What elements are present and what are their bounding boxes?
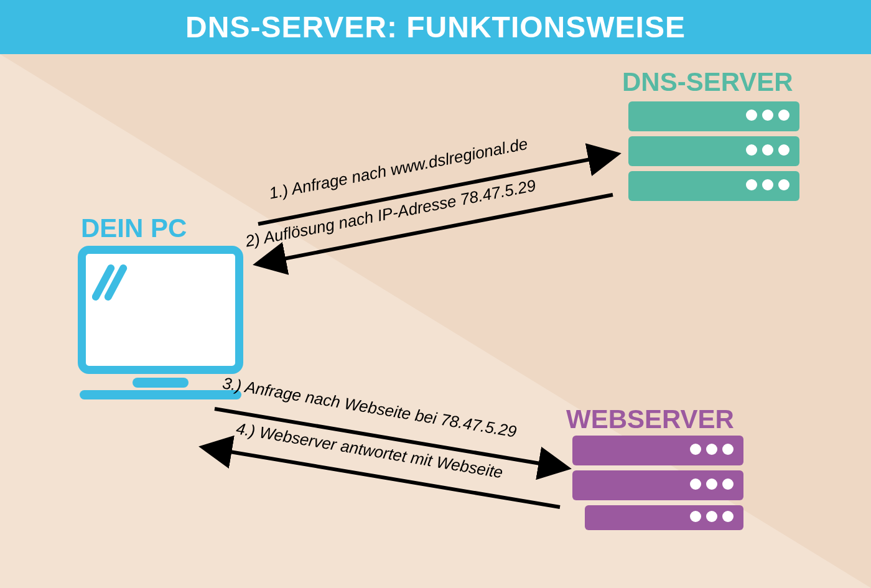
pc-base [80,390,241,399]
server-unit [585,505,743,530]
webserver-icon [572,436,743,535]
server-unit [572,470,743,500]
page-title: DNS-SERVER: FUNKTIONSWEISE [185,10,686,44]
header-bar: DNS-SERVER: FUNKTIONSWEISE [0,0,871,54]
webserver-label: WEBSERVER [566,404,734,434]
diagram-canvas: DNS-SERVER: FUNKTIONSWEISE DEIN PC DNS-S… [0,0,871,588]
pc-screen [78,246,243,374]
server-unit [628,136,799,166]
dns-label: DNS-SERVER [622,67,793,97]
pc-label: DEIN PC [81,213,187,243]
server-unit [628,171,799,201]
server-unit [572,436,743,465]
pc-stand [133,378,189,388]
server-unit [628,101,799,131]
pc-icon [78,246,243,399]
pc-glare [100,263,124,305]
dns-server-icon [628,101,799,206]
